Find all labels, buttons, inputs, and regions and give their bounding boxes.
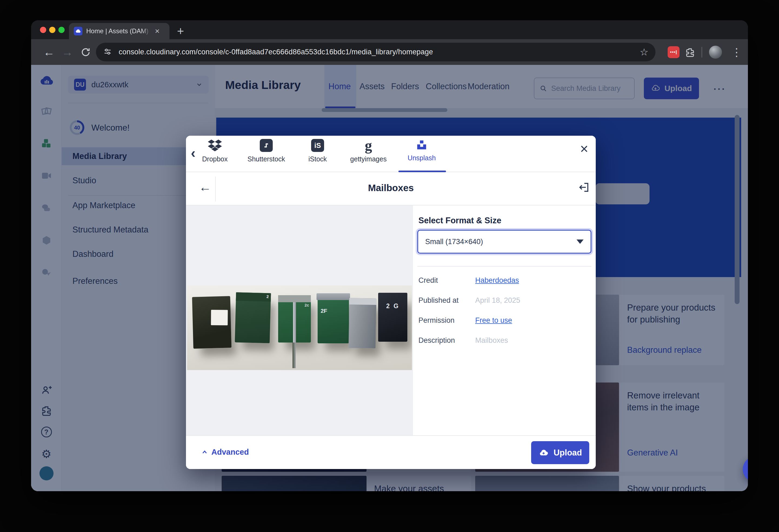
shutterstock-icon <box>260 139 273 152</box>
dropbox-icon <box>208 139 222 152</box>
reload-icon[interactable] <box>77 39 94 65</box>
source-tab-shutterstock[interactable]: Shutterstock <box>243 139 289 163</box>
mailboxes-photo: 2 2c 2F <box>187 286 412 370</box>
select-caret-icon <box>577 239 584 244</box>
mailbox-6: 2 G <box>378 293 407 342</box>
source-tab-dropbox[interactable]: Dropbox <box>192 139 238 163</box>
source-tabs-row: ‹ Dropbox Shutterstock iS <box>186 136 596 172</box>
detail-row-published: Published at April 18, 2025 <box>418 296 586 307</box>
profile-avatar[interactable] <box>709 46 722 59</box>
mailbox-3: 2c <box>278 295 311 343</box>
url-bar[interactable]: console.cloudinary.com/console/c-0ffad8a… <box>96 43 655 61</box>
credit-link[interactable]: Haberdoedas <box>475 276 519 287</box>
extensions-puzzle-icon[interactable] <box>682 39 698 65</box>
site-settings-icon[interactable] <box>103 47 112 57</box>
window-minimize-button[interactable] <box>49 27 55 33</box>
published-value: April 18, 2025 <box>475 296 520 307</box>
modal-header: ← Mailboxes <box>186 173 596 205</box>
detail-row-permission: Permission Free to use <box>418 316 586 327</box>
mailbox-sticker <box>211 309 228 325</box>
mailbox-2: 2 <box>235 292 271 343</box>
format-section-label: Select Format & Size <box>418 216 501 226</box>
source-tab-istock[interactable]: iS iStock <box>295 139 341 163</box>
description-value: Mailboxes <box>475 336 508 347</box>
window-zoom-button[interactable] <box>58 27 65 33</box>
modal-upload-button[interactable]: Upload <box>531 441 589 464</box>
window-close-button[interactable] <box>40 27 46 33</box>
details-panel: Select Format & Size Small (1734×640) Cr… <box>413 205 596 435</box>
chrome-menu-icon[interactable]: ⋮ <box>728 39 745 65</box>
bookmark-star-icon[interactable]: ☆ <box>640 47 649 58</box>
image-preview-pane: 2 2c 2F <box>186 205 413 435</box>
detail-row-description: Description Mailboxes <box>418 336 586 347</box>
toolbar-divider <box>702 47 702 58</box>
gettyimages-icon: g <box>365 139 372 152</box>
unsplash-icon <box>416 139 428 151</box>
format-select[interactable]: Small (1734×640) <box>417 230 591 253</box>
browser-window: Home | Assets (DAM) | Cloudi × + ← → <box>31 20 748 491</box>
upload-modal: ‹ Dropbox Shutterstock iS <box>186 136 596 469</box>
source-tab-unsplash[interactable]: Unsplash <box>399 139 445 162</box>
url-text[interactable]: console.cloudinary.com/console/c-0ffad8a… <box>119 48 633 56</box>
mailbox-1 <box>192 296 231 349</box>
upload-cloud-plus-icon <box>538 448 549 458</box>
permission-link[interactable]: Free to use <box>475 316 512 327</box>
screenshot-stage: Home | Assets (DAM) | Cloudi × + ← → <box>0 0 779 532</box>
browser-toolbar: ← → console.cloudinary.com/console/c-0ff… <box>31 39 748 65</box>
mailbox-4: 2F <box>318 295 349 343</box>
detail-row-credit: Credit Haberdoedas <box>418 276 586 287</box>
modal-footer: Advanced Upload <box>186 435 596 469</box>
active-source-underline <box>399 171 446 172</box>
new-tab-button[interactable]: + <box>177 24 184 38</box>
asset-title: Mailboxes <box>186 182 596 193</box>
panel-divider <box>417 266 591 267</box>
source-tab-gettyimages[interactable]: g gettyimages <box>346 139 392 163</box>
format-selected-value: Small (1734×640) <box>425 238 577 246</box>
chevron-up-icon <box>201 449 208 456</box>
back-icon[interactable]: ← <box>41 39 57 65</box>
cloudinary-favicon-icon <box>74 27 82 36</box>
forward-icon[interactable]: → <box>59 39 75 65</box>
istock-icon: iS <box>311 139 324 152</box>
browser-tabstrip: Home | Assets (DAM) | Cloudi × + <box>31 20 748 39</box>
open-in-source-icon[interactable] <box>578 181 590 194</box>
tab-close-icon[interactable]: × <box>155 27 160 35</box>
cloudinary-app: ? ⚙ DU du26xxwtk 40 W <box>31 65 748 491</box>
mailbox-5 <box>348 298 376 348</box>
advanced-toggle[interactable]: Advanced <box>201 448 249 457</box>
browser-tab[interactable]: Home | Assets (DAM) | Cloudi × <box>69 23 170 39</box>
tab-title: Home | Assets (DAM) | Cloudi <box>86 27 151 35</box>
password-manager-extension-icon[interactable]: •••| <box>668 46 679 58</box>
close-icon[interactable]: × <box>580 140 588 157</box>
